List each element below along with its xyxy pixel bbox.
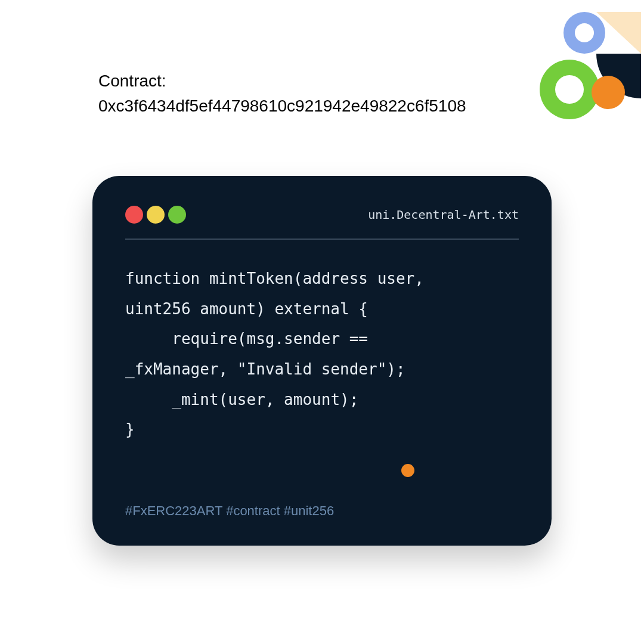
svg-point-3: [555, 75, 584, 104]
cursor-dot-icon: [401, 464, 414, 477]
close-icon: [125, 206, 143, 224]
minimize-icon: [147, 206, 165, 224]
contract-address: 0xc3f6434df5ef44798610c921942e49822c6f51…: [98, 97, 466, 115]
code-window: uni.Decentral-Art.txt function mintToken…: [92, 176, 552, 546]
code-content: function mintToken(address user, uint256…: [125, 264, 519, 445]
svg-point-1: [575, 23, 594, 42]
divider: [125, 239, 519, 240]
maximize-icon: [168, 206, 186, 224]
svg-point-4: [592, 76, 625, 109]
decorative-logo: [525, 6, 644, 125]
window-header: uni.Decentral-Art.txt: [125, 206, 519, 224]
contract-header: Contract: 0xc3f6434df5ef44798610c921942e…: [98, 69, 466, 119]
filename: uni.Decentral-Art.txt: [368, 208, 519, 222]
hashtags: #FxERC223ART #contract #unit256: [125, 503, 334, 519]
contract-label: Contract:: [98, 72, 166, 90]
traffic-lights: [125, 206, 186, 224]
